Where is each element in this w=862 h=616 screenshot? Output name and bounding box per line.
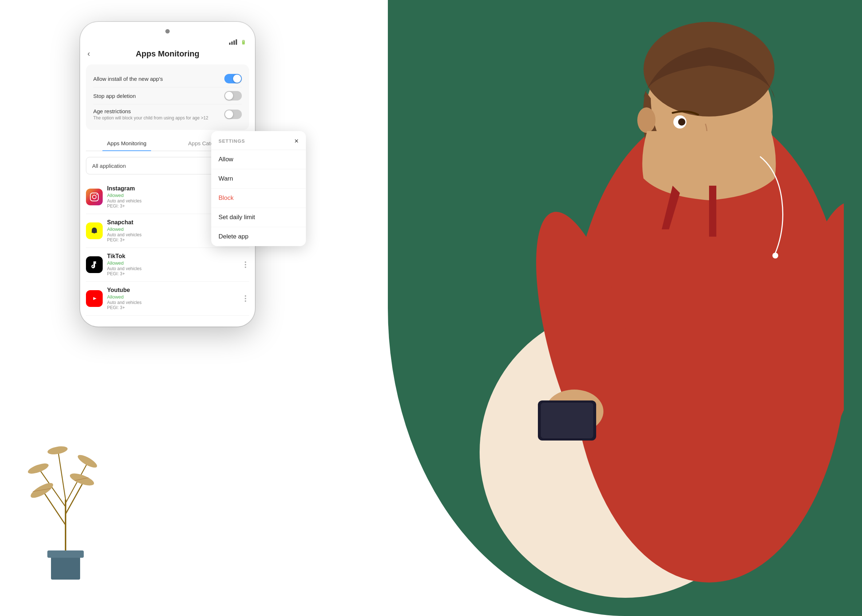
youtube-category: Auto and vehicles [107,300,242,305]
stop-deletion-label: Stop app deletion [93,93,224,99]
popup-item-warn[interactable]: Warn [211,169,306,189]
svg-line-3 [44,492,66,525]
youtube-status: Allowed [107,294,242,300]
allow-install-row: Allow install of the new app's [93,70,242,87]
snapchat-icon [86,222,103,239]
popup-header: SETTINGS × [211,131,306,150]
stop-deletion-toggle[interactable] [224,91,242,101]
tab-apps-monitoring[interactable]: Apps Monitoring [86,136,168,151]
instagram-icon [86,189,103,205]
svg-point-27 [772,253,778,258]
app-item-youtube: Youtube Allowed Auto and vehicles PEGI: … [86,282,249,316]
svg-point-19 [637,107,656,133]
svg-point-30 [96,194,98,195]
allow-install-label: Allow install of the new app's [93,76,224,82]
dropdown-label: All application [92,163,126,169]
age-restrictions-label: Age restrictions [93,108,224,114]
back-button[interactable]: ‹ [87,49,90,59]
age-restrictions-toggle[interactable] [224,110,242,119]
svg-point-10 [27,461,50,476]
youtube-pegi: PEGI: 3+ [107,305,242,310]
tiktok-status: Allowed [107,260,242,266]
svg-rect-1 [47,550,84,558]
boy-figure [461,18,844,601]
popup-close-button[interactable]: × [294,137,299,145]
app-item-tiktok: TikTok Allowed Auto and vehicles PEGI: 3… [86,248,249,282]
popup-item-set-daily-limit[interactable]: Set daily limit [211,208,306,227]
svg-rect-26 [541,403,593,438]
tiktok-name: TikTok [107,253,242,259]
page-title: Apps Monitoring [87,49,248,59]
tiktok-menu-button[interactable] [242,258,249,271]
settings-card: Allow install of the new app's Stop app … [86,64,249,130]
svg-point-12 [47,445,68,456]
youtube-name: Youtube [107,287,242,294]
stop-deletion-row: Stop app deletion [93,87,242,104]
svg-point-8 [29,480,55,501]
allow-install-toggle[interactable] [224,74,242,83]
tiktok-pegi: PEGI: 3+ [107,271,242,276]
popup-title: SETTINGS [219,138,245,144]
status-icons: 🔋 [229,39,246,45]
popup-item-block[interactable]: Block [211,189,306,208]
plant-decoration [22,434,109,580]
popup-item-delete-app[interactable]: Delete app [211,227,306,246]
settings-popup: SETTINGS × Allow Warn Block Set daily li… [211,131,306,246]
youtube-icon [86,290,103,307]
tiktok-category: Auto and vehicles [107,266,242,271]
svg-rect-0 [51,554,80,580]
phone-status-bar: 🔋 [80,36,255,46]
popup-item-allow[interactable]: Allow [211,150,306,169]
svg-point-11 [76,453,99,470]
youtube-menu-button[interactable] [242,292,249,305]
youtube-info: Youtube Allowed Auto and vehicles PEGI: … [107,287,242,310]
svg-point-29 [93,195,96,199]
age-restrictions-row: Age restrictions The option will block y… [93,104,242,124]
phone-header: ‹ Apps Monitoring [80,46,255,64]
tiktok-info: TikTok Allowed Auto and vehicles PEGI: 3… [107,253,242,276]
tiktok-icon [86,256,103,273]
svg-line-7 [58,452,66,500]
age-restrictions-sub: The option will block your child from us… [93,115,224,121]
phone-camera [165,29,170,33]
svg-point-21 [678,118,685,126]
